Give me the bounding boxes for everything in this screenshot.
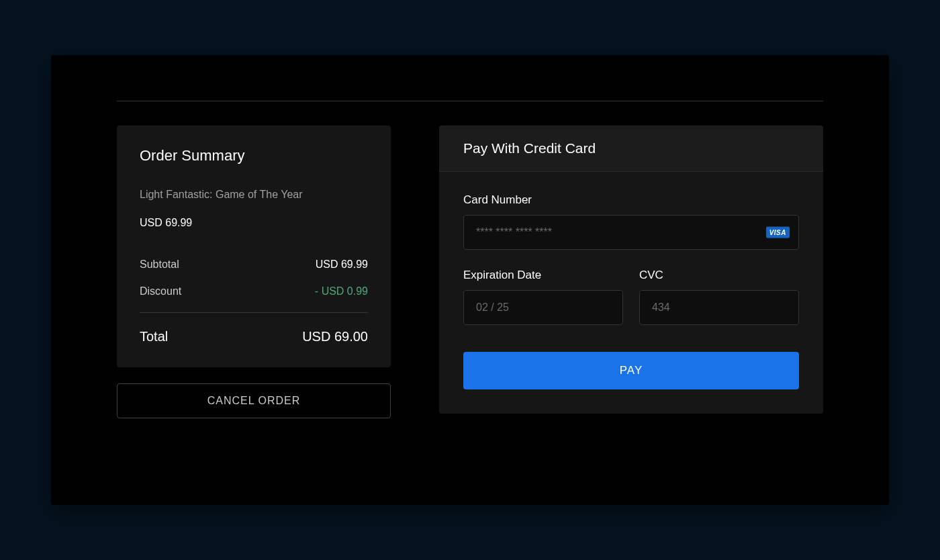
subtotal-row: Subtotal USD 69.99: [140, 259, 368, 271]
card-number-input[interactable]: [463, 215, 799, 250]
checkout-window: Order Summary Light Fantastic: Game of T…: [51, 55, 889, 505]
product-name: Light Fantastic: Game of The Year: [140, 189, 368, 201]
order-summary-card: Order Summary Light Fantastic: Game of T…: [117, 126, 391, 367]
cvc-field: CVC: [639, 269, 799, 325]
cvc-label: CVC: [639, 269, 799, 282]
subtotal-label: Subtotal: [140, 259, 179, 271]
cvc-input[interactable]: [639, 290, 799, 325]
expiration-cvc-row: Expiration Date CVC: [463, 269, 799, 325]
order-summary-title: Order Summary: [140, 147, 368, 165]
top-divider: [117, 101, 823, 101]
cancel-order-button[interactable]: CANCEL ORDER: [117, 383, 391, 418]
product-price: USD 69.99: [140, 217, 368, 229]
total-label: Total: [140, 329, 168, 344]
total-value: USD 69.00: [302, 329, 368, 344]
total-row: Total USD 69.00: [140, 329, 368, 344]
payment-body: Card Number VISA Expiration Date CVC: [439, 172, 823, 414]
pay-button[interactable]: PAY: [463, 352, 799, 389]
card-number-label: Card Number: [463, 193, 799, 207]
order-summary-column: Order Summary Light Fantastic: Game of T…: [117, 126, 391, 418]
payment-column: Pay With Credit Card Card Number VISA Ex…: [439, 126, 823, 418]
expiration-input[interactable]: [463, 290, 623, 325]
expiration-label: Expiration Date: [463, 269, 623, 282]
summary-divider: [140, 312, 368, 313]
payment-card: Pay With Credit Card Card Number VISA Ex…: [439, 126, 823, 414]
discount-label: Discount: [140, 285, 181, 297]
payment-header: Pay With Credit Card: [439, 126, 823, 172]
card-number-field-wrapper: VISA: [463, 215, 799, 250]
discount-value: - USD 0.99: [315, 285, 368, 297]
discount-row: Discount - USD 0.99: [140, 285, 368, 297]
subtotal-value: USD 69.99: [316, 259, 368, 271]
visa-icon: VISA: [766, 227, 790, 238]
expiration-field: Expiration Date: [463, 269, 623, 325]
checkout-content: Order Summary Light Fantastic: Game of T…: [117, 126, 823, 418]
payment-title: Pay With Credit Card: [463, 140, 799, 156]
